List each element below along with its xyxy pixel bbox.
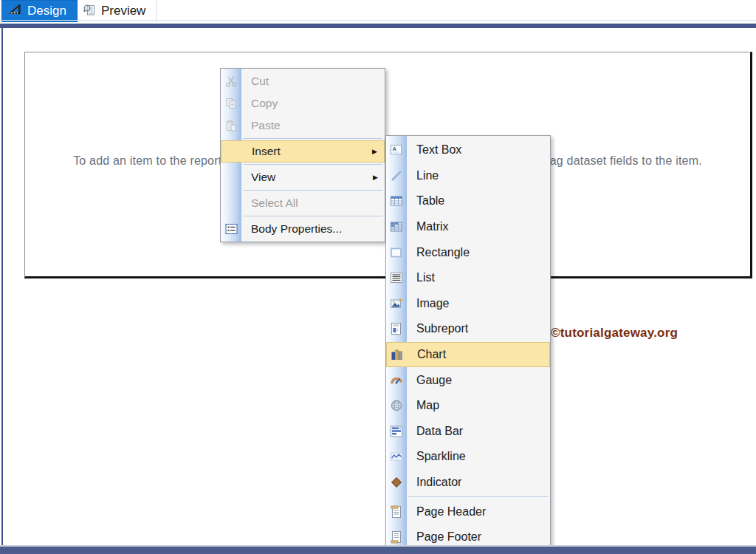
menu-separator [243, 190, 382, 191]
menu-item-label: Line [407, 169, 550, 182]
ssrs-report-designer-window: Design Preview To add an item to the rep… [0, 0, 756, 554]
menu-item-label: Table [407, 194, 550, 208]
menu-item-rectangle[interactable]: Rectangle [386, 239, 550, 265]
menu-item-label: Chart [408, 348, 549, 361]
map-icon [386, 399, 407, 412]
page-header-icon [386, 505, 407, 519]
menu-item-copy[interactable]: Copy [221, 92, 385, 114]
cut-icon [221, 75, 241, 87]
line-icon [386, 169, 407, 182]
submenu-arrow-icon: ▶ [373, 174, 378, 181]
tab-design-label: Design [27, 4, 66, 18]
context-menu: CutCopyPasteInsert▶View▶Select AllBody P… [220, 68, 385, 242]
view-tabbar: Design Preview [0, 0, 756, 22]
menu-item-label: Cut [241, 75, 385, 88]
table-icon [386, 194, 407, 208]
insert-submenu: AText BoxLineTableMatrixRectangleListIma… [385, 135, 551, 553]
matrix-icon [386, 220, 407, 233]
menu-item-label: Copy [241, 97, 385, 110]
tab-design[interactable]: Design [1, 0, 78, 22]
menu-item-label: Text Box [407, 143, 550, 157]
menu-item-cut[interactable]: Cut [221, 70, 385, 92]
menu-item-label: Data Bar [407, 425, 550, 438]
menu-item-label: Image [407, 297, 550, 310]
menu-item-label: List [407, 271, 550, 284]
menu-item-body-properties[interactable]: Body Properties... [221, 218, 385, 240]
watermark-text: ©tutorialgateway.org [551, 326, 678, 341]
menu-separator [408, 496, 548, 497]
menu-item-insert[interactable]: Insert▶ [221, 140, 385, 163]
copy-icon [221, 98, 241, 109]
sparkline-icon [386, 450, 407, 463]
bottom-status-bar [0, 545, 756, 554]
page-footer-icon [386, 530, 407, 544]
menu-item-list[interactable]: List [386, 265, 550, 291]
menu-item-paste[interactable]: Paste [221, 114, 385, 137]
tab-preview[interactable]: Preview [78, 0, 157, 22]
menu-item-image[interactable]: Image [386, 291, 550, 317]
menu-item-view[interactable]: View▶ [221, 166, 385, 188]
menu-item-sparkline[interactable]: Sparkline [386, 444, 550, 470]
menu-item-subreport[interactable]: Subreport [386, 316, 550, 342]
paste-icon [221, 120, 241, 131]
body-properties-icon [221, 223, 241, 235]
menu-item-label: Subreport [407, 322, 550, 335]
menu-item-table[interactable]: Table [386, 188, 550, 214]
indicator-icon [386, 476, 407, 489]
image-icon [386, 297, 407, 310]
insert-submenu-items: AText BoxLineTableMatrixRectangleListIma… [386, 137, 550, 550]
menu-item-chart[interactable]: Chart [386, 342, 550, 368]
subreport-icon [386, 322, 407, 335]
menu-item-label: Matrix [407, 220, 550, 233]
text-box-icon: A [386, 143, 407, 157]
menu-item-label: Rectangle [407, 246, 550, 259]
menu-item-gauge[interactable]: Gauge [386, 367, 550, 393]
menu-item-matrix[interactable]: Matrix [386, 214, 550, 240]
rectangle-icon [386, 246, 407, 259]
menu-item-label: Insert [242, 145, 372, 158]
menu-item-label: Page Header [407, 505, 550, 519]
menu-item-label: Sparkline [407, 450, 550, 463]
menu-item-label: Select All [241, 196, 385, 210]
chart-icon [387, 348, 408, 361]
menu-separator [243, 164, 382, 165]
gauge-icon [386, 374, 407, 387]
menu-item-label: View [241, 171, 373, 184]
menu-item-page-header[interactable]: Page Header [386, 499, 550, 524]
tabbar-divider-band [0, 23, 756, 28]
left-border-line [1, 28, 3, 545]
menu-item-label: Body Properties... [241, 222, 385, 236]
menu-item-map[interactable]: Map [386, 393, 550, 419]
menu-item-text-box[interactable]: AText Box [386, 137, 550, 163]
menu-item-data-bar[interactable]: Data Bar [386, 419, 550, 445]
menu-item-select-all[interactable]: Select All [221, 192, 385, 214]
svg-text:A: A [393, 146, 397, 152]
menu-separator [243, 138, 382, 139]
context-menu-items: CutCopyPasteInsert▶View▶Select AllBody P… [221, 70, 385, 240]
menu-separator [243, 216, 382, 216]
menu-item-label: Page Footer [407, 530, 550, 544]
submenu-arrow-icon: ▶ [372, 148, 377, 155]
menu-item-label: Indicator [407, 476, 550, 489]
menu-item-line[interactable]: Line [386, 163, 550, 189]
menu-item-indicator[interactable]: Indicator [386, 470, 550, 496]
menu-item-label: Gauge [407, 374, 550, 387]
preview-magnifier-icon [83, 3, 96, 20]
data-bar-icon [386, 425, 407, 438]
design-ruler-icon [7, 3, 22, 20]
menu-item-label: Paste [241, 119, 385, 132]
menu-item-label: Map [407, 399, 550, 412]
tab-preview-label: Preview [101, 4, 145, 18]
list-icon [386, 271, 407, 284]
